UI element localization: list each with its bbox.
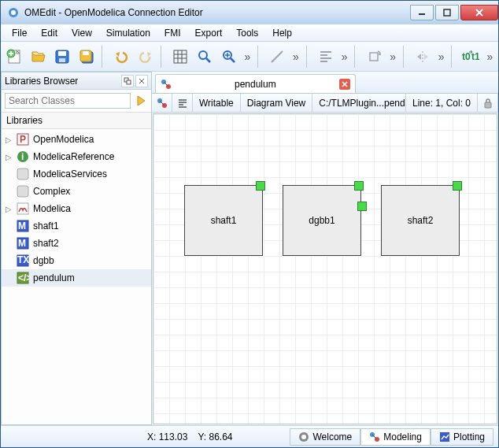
svg-text:</>: </>: [18, 272, 29, 283]
tree-label: pendulum: [33, 272, 75, 283]
tree-label: shaft2: [33, 238, 59, 249]
tab-close-button[interactable]: [339, 79, 350, 90]
toolbar-more-4[interactable]: »: [388, 50, 398, 63]
svg-text:P: P: [20, 134, 26, 145]
toolbar-more-3[interactable]: »: [339, 50, 349, 63]
panel-title: Libraries Browser: [5, 76, 78, 87]
package-grey-icon: [16, 167, 30, 181]
svg-rect-2: [444, 9, 450, 16]
simulate-setup-button[interactable]: t0t1: [460, 46, 482, 68]
svg-text:TXT: TXT: [17, 254, 29, 265]
app-icon: [7, 6, 20, 19]
save-button[interactable]: [52, 46, 73, 68]
toolbar: » » » » » t0t1 »: [1, 42, 498, 72]
menu-view[interactable]: View: [65, 26, 98, 40]
zoom-fit-button[interactable]: [194, 46, 216, 68]
search-input[interactable]: [5, 93, 131, 109]
svg-point-1: [11, 10, 16, 15]
tree-label: Complex: [33, 186, 70, 197]
view-mode-label: Diagram View: [241, 94, 312, 112]
toolbar-more-5[interactable]: »: [436, 50, 446, 63]
panel-close-button[interactable]: [135, 75, 148, 87]
window-title: OMEdit - OpenModelica Connection Editor: [24, 7, 408, 18]
svg-rect-23: [17, 168, 28, 180]
menubar: File Edit View Simulation FMI Export Too…: [1, 24, 498, 42]
xml-icon: </>: [16, 271, 30, 285]
tree-item-modelicaservices[interactable]: ModelicaServices: [2, 165, 151, 183]
menu-file[interactable]: File: [6, 26, 33, 40]
menu-fmi[interactable]: FMI: [158, 26, 187, 40]
text-mode-button[interactable]: [172, 94, 193, 112]
libraries-header: Libraries: [2, 112, 151, 129]
lock-button[interactable]: [478, 94, 498, 112]
menu-tools[interactable]: Tools: [230, 26, 264, 40]
line-tool-button[interactable]: [267, 46, 288, 68]
file-path: C:/TLMPlugin...pendulum.xml: [312, 94, 406, 112]
chevron-right-icon[interactable]: ▷: [5, 153, 13, 161]
search-go-icon[interactable]: [134, 94, 148, 108]
diagram-mode-button[interactable]: [152, 94, 172, 112]
open-button[interactable]: [28, 46, 50, 68]
modeling-icon: [369, 431, 380, 442]
svg-rect-18: [127, 80, 131, 84]
undo-button[interactable]: [111, 46, 132, 68]
diagram-canvas[interactable]: shaft1dgbb1shaft2: [153, 113, 497, 424]
tab-pendulum[interactable]: pendulum: [155, 74, 356, 93]
package-grey-icon: [16, 184, 30, 198]
coord-readout: X: 113.03 Y: 86.64: [147, 431, 233, 442]
tree-item-openmodelica[interactable]: ▷ P OpenModelica: [2, 131, 151, 148]
tree-label: dgbb: [33, 255, 54, 266]
grid-toggle-button[interactable]: [170, 46, 191, 68]
tree-item-complex[interactable]: Complex: [2, 183, 151, 200]
toolbar-more-2[interactable]: »: [290, 50, 301, 63]
connector-port[interactable]: [256, 181, 265, 191]
save-all-button[interactable]: [76, 46, 98, 68]
mode-modeling[interactable]: Modeling: [360, 428, 431, 446]
menu-export[interactable]: Export: [189, 26, 229, 40]
model-m-icon: M: [16, 219, 30, 233]
tree-item-modelica[interactable]: ▷ Modelica: [2, 200, 151, 217]
svg-rect-6: [58, 51, 66, 56]
svg-text:t1: t1: [471, 51, 479, 62]
tree-item-modelicareference[interactable]: ▷ i ModelicaReference: [2, 148, 151, 165]
panel-undock-button[interactable]: [121, 75, 134, 87]
status-bar: X: 113.03 Y: 86.64 Welcome Modeling Plot…: [1, 425, 498, 447]
svg-text:M: M: [18, 220, 26, 231]
svg-text:i: i: [21, 151, 24, 162]
menu-edit[interactable]: Edit: [35, 26, 64, 40]
toolbar-more-6[interactable]: »: [485, 50, 495, 63]
redo-button[interactable]: [135, 46, 157, 68]
rotate-button[interactable]: [364, 46, 385, 68]
mode-plotting[interactable]: Plotting: [431, 428, 493, 446]
tree-item-shaft2[interactable]: M shaft2: [2, 235, 151, 252]
block-shaft2[interactable]: shaft2: [381, 185, 460, 256]
chevron-right-icon[interactable]: ▷: [5, 135, 13, 144]
new-file-button[interactable]: [4, 46, 25, 68]
zoom-in-button[interactable]: [218, 46, 239, 68]
editor-info-bar: Writable Diagram View C:/TLMPlugin...pen…: [152, 94, 498, 113]
maximize-button[interactable]: [435, 5, 459, 20]
chevron-right-icon[interactable]: ▷: [5, 205, 13, 213]
close-button[interactable]: [460, 5, 498, 20]
align-left-button[interactable]: [315, 46, 336, 68]
block-dgbb1[interactable]: dgbb1: [283, 185, 361, 256]
connector-port[interactable]: [357, 202, 367, 211]
tree-item-dgbb[interactable]: TXT dgbb: [2, 252, 151, 269]
toolbar-more-1[interactable]: »: [242, 50, 253, 63]
tree-label: shaft1: [33, 220, 59, 231]
tree-item-shaft1[interactable]: M shaft1: [2, 217, 151, 235]
connector-port[interactable]: [354, 181, 364, 191]
connector-port[interactable]: [453, 181, 462, 191]
mode-welcome[interactable]: Welcome: [290, 428, 360, 446]
block-shaft1[interactable]: shaft1: [184, 185, 263, 256]
menu-simulation[interactable]: Simulation: [100, 26, 157, 40]
editor-area: pendulum Writable Diagram View C:/TLMPlu…: [152, 72, 498, 425]
menu-help[interactable]: Help: [266, 26, 298, 40]
app-window: OMEdit - OpenModelica Connection Editor …: [0, 0, 499, 448]
flip-button[interactable]: [412, 46, 434, 68]
tab-label: pendulum: [235, 79, 276, 90]
titlebar: OMEdit - OpenModelica Connection Editor: [1, 1, 498, 24]
minimize-button[interactable]: [410, 5, 434, 20]
libraries-tree: ▷ P OpenModelica ▷ i ModelicaReference M…: [2, 129, 151, 424]
tree-item-pendulum[interactable]: </> pendulum: [2, 269, 151, 287]
